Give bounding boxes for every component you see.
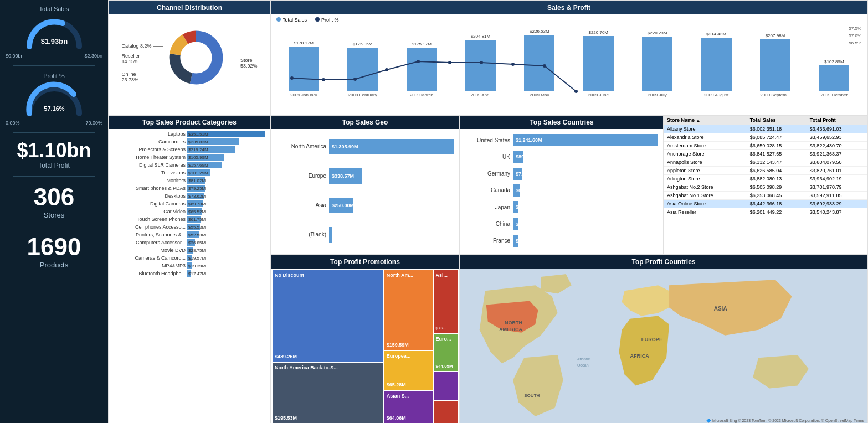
cat-smartphones: Smart phones & PDAs $79.25M [114, 185, 265, 192]
table-row[interactable]: Anchorage Store $6,841,527.65 $3,921,368… [664, 150, 867, 158]
promotions-panel: Top Profit Promotions No Discount $439.2… [271, 255, 459, 423]
store-profit-cell: $3,964,902.19 [807, 175, 867, 183]
total-sales-section: Total Sales $1.93bn $0.00bn $2.30bn [3, 6, 105, 59]
col-total-profit[interactable]: Total Profit [807, 116, 867, 125]
total-profit-label: Total Profit [3, 162, 105, 169]
no-discount-value: $439.26M [275, 354, 297, 359]
bar-mar: $175.17M 2009 March [394, 42, 449, 97]
na-backto-value: $195.53M [275, 415, 297, 421]
cat-laptops: Laptops $351.51M [114, 131, 265, 137]
legend-total-sales: Total Sales [276, 17, 307, 23]
stores-section: 306 Stores [3, 183, 105, 219]
profit-min: 0.00% [6, 120, 20, 126]
bar-may: $226.53M 2009 May [512, 29, 567, 97]
table-row[interactable]: Alexandria Store $6,085,724.47 $3,459,65… [664, 133, 867, 142]
categories-content: Laptops $351.51M Camcorders $235.83M Pro… [109, 129, 270, 423]
store-sales-cell: $6,332,143.47 [747, 158, 807, 167]
country-france: France $43.51M [466, 235, 658, 247]
store-label: Store53.92% [240, 58, 258, 69]
na-backto-label: North America Back-to-S... [275, 365, 338, 370]
no-discount-label: No Discount [275, 272, 304, 278]
copyright-text: © 2023 TomTom, © 2023 Microsoft Corporat… [738, 419, 864, 422]
store-sales-cell: $6,085,724.47 [747, 133, 807, 142]
countries-panel: Top Sales Countries United States $1,241… [460, 116, 663, 254]
col-total-sales[interactable]: Total Sales [747, 116, 807, 125]
map-content: NORTH AMERICA EUROPE ASIA AFRICA SOUTH A… [460, 269, 867, 423]
table-row[interactable]: Ashgabat No.2 Store $6,505,098.29 $3,701… [664, 183, 867, 192]
table-row[interactable]: Annapolis Store $6,332,143.47 $3,604,079… [664, 158, 867, 167]
store-table-panel: Store Name ▲ Total Sales Total Profit Al… [664, 116, 867, 254]
north-am-value: $159.59M [387, 342, 409, 348]
store-name-cell: Albany Store [664, 125, 747, 133]
asian-s-value: $64.06M [387, 415, 406, 421]
geo-europe: Europe $338.57M [276, 168, 454, 184]
geo-header: Top Sales Geo [271, 116, 459, 129]
table-row[interactable]: Appleton Store $6,626,585.04 $3,820,761.… [664, 167, 867, 175]
table-row[interactable]: Asia Online Store $6,442,366.18 $3,692,9… [664, 200, 867, 208]
cat-mp4: MP4&MP3 $19.39M [114, 262, 265, 269]
country-japan: Japan $51.66M [466, 201, 658, 213]
total-sales-gauge: $1.93bn [21, 13, 88, 52]
store-name-cell: Anchorage Store [664, 150, 747, 158]
store-sales-cell: $6,505,098.29 [747, 183, 807, 192]
treemap-europea: Europea... $65.28M [384, 351, 433, 390]
store-name-cell: Asia Reseller [664, 208, 747, 216]
table-row[interactable]: Asia Reseller $6,201,449.22 $3,540,243.8… [664, 208, 867, 216]
store-profit-cell: $3,540,243.87 [807, 208, 867, 216]
cat-printers: Printers, Scanners &... $52.53M [114, 231, 265, 238]
store-profit-cell: $3,604,079.50 [807, 158, 867, 167]
cat-televisions: Televisions $101.29M [114, 169, 265, 176]
profit-label: Profit % [3, 73, 105, 79]
main-content: Channel Distribution Catalog 8.2% —— Res… [108, 0, 868, 423]
cat-digital-cameras: Digital Cameras $69.73M [114, 200, 265, 207]
store-name-cell: Arlington Store [664, 175, 747, 183]
stores-label: Stores [3, 211, 105, 219]
online-label: Online23.73% [121, 71, 163, 82]
store-name-cell: Appleton Store [664, 167, 747, 175]
europea-value: $65.28M [387, 382, 406, 388]
products-label: Products [3, 261, 105, 269]
south-text: SOUTH [524, 393, 540, 398]
geo-content: North America $1,305.99M Europe $338.57M [271, 129, 459, 252]
north-am-label: North Am... [387, 272, 413, 278]
cat-movie-dvd: Movie DVD $28.75M [114, 247, 265, 254]
treemap-no-discount: No Discount $439.26M [273, 270, 383, 362]
countries-header: Top Sales Countries [460, 116, 663, 129]
channel-distribution-header: Channel Distribution [109, 1, 270, 14]
reseller-label: Reseller14.15% [121, 53, 163, 64]
table-row[interactable]: Amsterdam Store $6,659,028.15 $3,822,430… [664, 142, 867, 150]
table-row[interactable]: Albany Store $6,002,351.18 $3,433,691.03 [664, 125, 867, 133]
table-row[interactable]: Arlington Store $6,882,080.13 $3,964,902… [664, 175, 867, 183]
profit-section: Profit % 57.16% 0.00% 70.00% [3, 73, 105, 126]
treemap-small [434, 372, 458, 400]
treemap-north-am: North Am... $159.59M [384, 270, 433, 350]
store-sales-cell: $6,841,527.65 [747, 150, 807, 158]
cat-slr: Digital SLR Cameras $157.69M [114, 162, 265, 168]
geo-panel: Top Sales Geo North America $1,305.99M E… [271, 116, 459, 254]
cat-car-video: Car Video $65.52M [114, 208, 265, 215]
treemap-mid: North Am... $159.59M Europea... $65.28M … [384, 270, 433, 423]
countries-content: United States $1,241.60M UK $89.39M [460, 129, 663, 252]
promotions-header: Top Profit Promotions [271, 255, 459, 269]
store-table-wrapper[interactable]: Store Name ▲ Total Sales Total Profit Al… [664, 116, 867, 254]
total-profit-section: $1.10bn Total Profit [3, 140, 105, 169]
treemap-na-backto: North America Back-to-S... $195.53M [273, 363, 383, 423]
bar-oct: $102.89M 2009 October [807, 59, 861, 97]
store-profit-cell: $3,433,691.03 [807, 125, 867, 133]
bar-jun: $220.76M 2009 June [571, 30, 625, 97]
store-sales-cell: $6,002,351.18 [747, 125, 807, 133]
cat-touch-phones: Touch Screen Phones $61.75M [114, 216, 265, 223]
store-profit-cell: $3,820,761.01 [807, 167, 867, 175]
map-header: Top Profit Countries [460, 255, 867, 269]
profit-value: 57.16% [44, 105, 65, 112]
store-sales-cell: $6,882,080.13 [747, 175, 807, 183]
store-name-cell: Ashgabat No.1 Store [664, 192, 747, 200]
channel-distribution-content: Catalog 8.2% —— Reseller14.15% Online23.… [109, 14, 270, 111]
table-row[interactable]: Ashgabat No.1 Store $6,253,068.45 $3,592… [664, 192, 867, 200]
map-credits: 🔷 Microsoft Bing © 2023 TomTom, © 2023 M… [706, 419, 864, 423]
treemap-left: No Discount $439.26M North America Back-… [273, 270, 383, 423]
col-store-name[interactable]: Store Name ▲ [664, 116, 747, 125]
catalog-label: Catalog 8.2% —— [121, 43, 163, 49]
store-sales-cell: $6,659,028.15 [747, 142, 807, 150]
euro-label: Euro... [436, 336, 451, 342]
